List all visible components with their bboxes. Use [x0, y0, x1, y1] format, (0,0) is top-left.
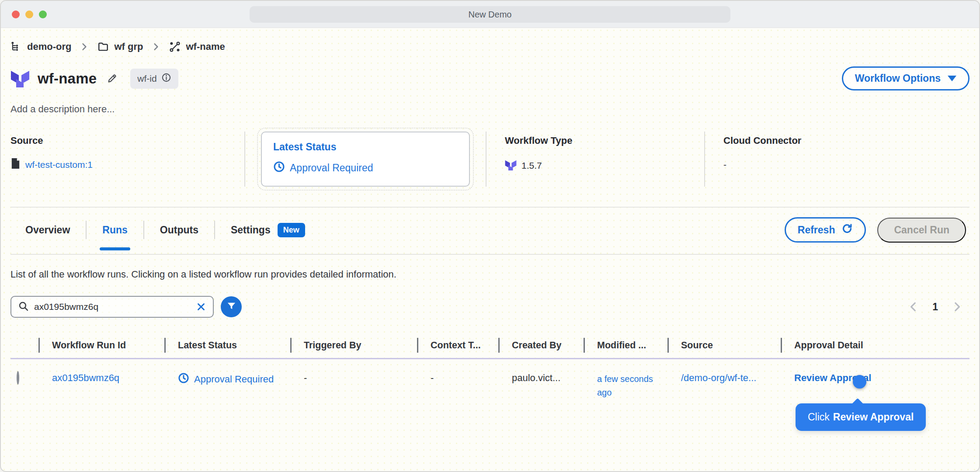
info-icon[interactable]	[161, 73, 171, 85]
source-label: Source	[10, 135, 244, 146]
tabs-bar: Overview Runs Outputs SettingsNew Refres…	[10, 208, 970, 255]
column-header-approval-detail[interactable]: Approval Detail	[781, 333, 970, 358]
minimize-window-button[interactable]	[25, 10, 33, 18]
traffic-lights	[12, 10, 47, 18]
clear-search-icon[interactable]	[196, 302, 206, 312]
runs-description: List of all the workflow runs. Clicking …	[10, 269, 970, 280]
workflow-options-button[interactable]: Workflow Options	[842, 66, 970, 90]
breadcrumb-item-workflow[interactable]: wf-name	[186, 41, 225, 52]
search-box[interactable]	[10, 296, 214, 318]
window-title: New Demo	[469, 10, 512, 20]
file-icon	[10, 158, 21, 171]
terraform-version-icon	[505, 159, 517, 173]
close-window-button[interactable]	[12, 10, 20, 18]
meta-source: Source wf-test-custom:1	[10, 132, 244, 187]
tooltip-prefix: Click	[808, 411, 830, 423]
workflow-type-value: 1.5.7	[521, 160, 542, 171]
cloud-connector-label: Cloud Connector	[723, 135, 801, 146]
search-input[interactable]	[34, 302, 191, 312]
column-header-run-id[interactable]: Workflow Run Id	[38, 333, 164, 358]
tab-outputs[interactable]: Outputs	[144, 224, 214, 236]
workflow-id-badge[interactable]: wf-id	[130, 69, 178, 89]
next-page-icon[interactable]	[951, 301, 963, 312]
column-header-created-by[interactable]: Created By	[498, 333, 584, 358]
description-placeholder[interactable]: Add a description here...	[10, 104, 970, 115]
cancel-run-button[interactable]: Cancel Run	[877, 218, 966, 243]
latest-status-label: Latest Status	[273, 141, 458, 153]
funnel-icon	[226, 301, 236, 313]
tooltip-action: Review Approval	[833, 411, 914, 423]
meta-workflow-type: Workflow Type 1.5.7	[487, 132, 704, 187]
terraform-logo-icon	[10, 68, 30, 89]
run-triggered-by: -	[290, 372, 417, 399]
browser-tab[interactable]: New Demo	[250, 6, 730, 23]
zoom-window-button[interactable]	[39, 10, 47, 18]
chevron-right-icon	[80, 42, 89, 51]
search-row: 1	[10, 296, 970, 318]
run-status-label: Approval Required	[194, 374, 274, 385]
row-radio-button[interactable]	[17, 371, 19, 385]
latest-status-value: Approval Required	[290, 162, 373, 174]
run-created-by: paulo.vict...	[498, 372, 584, 399]
refresh-button[interactable]: Refresh	[785, 217, 866, 243]
column-header-modified[interactable]: Modified ...	[584, 333, 667, 358]
table-header-row: Workflow Run Id Latest Status Triggered …	[10, 333, 970, 359]
select-column-header	[10, 333, 38, 358]
breadcrumb: demo-org wf grp	[10, 41, 970, 52]
source-link[interactable]: wf-test-custom:1	[25, 160, 93, 170]
filter-button[interactable]	[221, 296, 242, 317]
meta-divider	[244, 132, 245, 187]
refresh-icon	[841, 223, 853, 237]
column-header-triggered-by[interactable]: Triggered By	[290, 333, 417, 358]
caret-down-icon	[948, 76, 956, 81]
page-number: 1	[932, 301, 938, 313]
click-hint-tooltip: ClickReview Approval	[796, 403, 926, 431]
search-icon	[18, 301, 29, 313]
app-window: New Demo demo-org	[0, 0, 980, 472]
column-header-latest-status[interactable]: Latest Status	[164, 333, 290, 358]
edit-name-icon[interactable]	[106, 73, 118, 84]
breadcrumb-item-org[interactable]: demo-org	[27, 41, 71, 52]
column-header-context[interactable]: Context T...	[417, 333, 498, 358]
new-badge: New	[278, 223, 305, 237]
run-modified[interactable]: a few seconds ago	[597, 374, 653, 397]
clock-icon	[178, 372, 189, 386]
run-id-link[interactable]: ax0195bwmz6q	[52, 372, 119, 383]
meta-cloud-connector: Cloud Connector -	[705, 132, 801, 187]
workflow-meta: Source wf-test-custom:1 Latest Status	[10, 132, 970, 187]
chevron-right-icon	[152, 42, 160, 51]
run-context: -	[417, 372, 498, 399]
cloud-connector-value: -	[723, 160, 726, 170]
run-status: Approval Required	[178, 372, 290, 386]
workflow-id-label: wf-id	[137, 73, 156, 84]
workflow-icon	[169, 41, 181, 52]
folder-icon	[97, 41, 109, 52]
org-icon	[10, 41, 22, 52]
page-header: wf-name wf-id Workflow Options	[10, 66, 970, 90]
workflow-type-label: Workflow Type	[505, 135, 704, 146]
page-title: wf-name	[38, 70, 97, 87]
breadcrumb-item-group[interactable]: wf grp	[114, 41, 143, 52]
column-header-source[interactable]: Source	[667, 333, 781, 358]
prev-page-icon[interactable]	[908, 301, 919, 312]
pagination: 1	[908, 301, 963, 313]
run-source-link[interactable]: /demo-org/wf-te...	[681, 372, 756, 383]
titlebar: New Demo	[1, 1, 979, 28]
workflow-options-label: Workflow Options	[855, 73, 941, 84]
refresh-label: Refresh	[798, 224, 835, 236]
latest-status-card: Latest Status Approval Required	[261, 132, 470, 187]
clock-icon	[273, 161, 285, 175]
tab-overview[interactable]: Overview	[10, 224, 86, 236]
tab-runs[interactable]: Runs	[87, 224, 143, 236]
tab-settings[interactable]: SettingsNew	[215, 223, 321, 237]
tab-settings-label: Settings	[231, 224, 271, 236]
demo-cursor	[853, 375, 866, 389]
